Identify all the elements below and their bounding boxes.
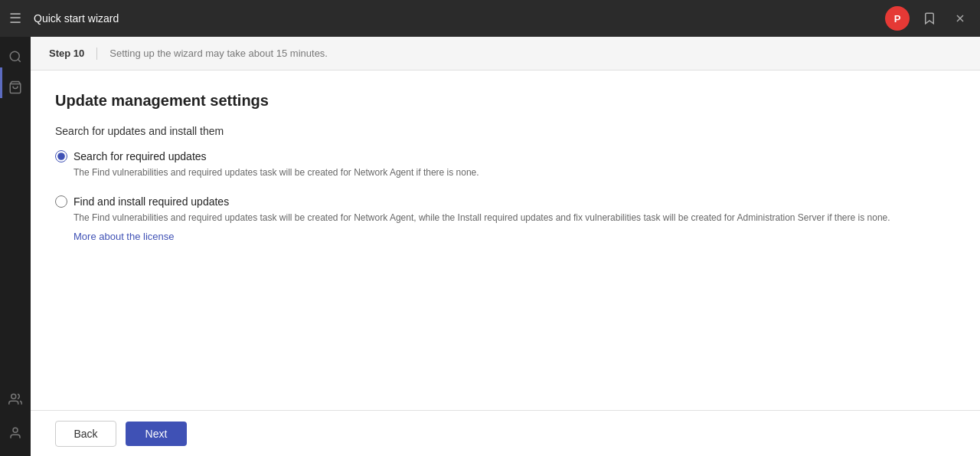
next-button[interactable]: Next (126, 422, 187, 446)
content-area: Step 10 Setting up the wizard may take a… (31, 37, 980, 456)
radio-row-search: Search for required updates (55, 149, 956, 162)
radio-option-find-install: Find and install required updates The Fi… (55, 195, 956, 242)
radio-find-install[interactable] (55, 195, 67, 208)
back-button[interactable]: Back (55, 421, 116, 447)
top-bar-right: P (885, 6, 971, 31)
svg-line-3 (18, 59, 20, 61)
radio-search-required[interactable] (55, 150, 67, 162)
radio-row-find-install: Find and install required updates (55, 195, 956, 208)
page-content: Update management settings Search for up… (31, 71, 980, 410)
main-layout: Step 10 Setting up the wizard may take a… (0, 37, 980, 456)
step-description: Setting up the wizard may take about 15 … (109, 48, 328, 59)
step-divider (96, 48, 97, 60)
step-label: Step 10 (49, 48, 84, 59)
user-avatar[interactable]: P (885, 6, 910, 31)
sidebar-bottom (2, 385, 29, 450)
page-title: Update management settings (55, 92, 956, 110)
radio-label-find-install[interactable]: Find and install required updates (74, 195, 229, 208)
sidebar-icon-bag[interactable] (2, 74, 29, 101)
more-about-license-link[interactable]: More about the license (55, 231, 956, 242)
radio-desc-find-install: The Find vulnerabilities and required up… (55, 211, 956, 225)
hamburger-icon[interactable]: ☰ (9, 10, 21, 27)
svg-point-5 (11, 394, 16, 399)
sidebar-icon-users[interactable] (2, 385, 29, 413)
close-icon[interactable] (949, 8, 971, 29)
radio-group: Search for required updates The Find vul… (55, 149, 956, 242)
radio-desc-search: The Find vulnerabilities and required up… (55, 166, 956, 179)
top-bar: ☰ Quick start wizard P (0, 0, 980, 37)
footer: Back Next (31, 410, 980, 456)
step-bar: Step 10 Setting up the wizard may take a… (31, 37, 980, 71)
svg-point-2 (10, 51, 19, 61)
left-sidebar (0, 37, 31, 456)
sidebar-icon-person[interactable] (2, 419, 29, 447)
svg-point-6 (13, 428, 18, 432)
sidebar-accent (0, 67, 2, 98)
sidebar-icon-search[interactable] (2, 43, 29, 71)
top-bar-left: ☰ Quick start wizard (9, 10, 119, 27)
section-title: Search for updates and install them (55, 125, 956, 137)
radio-label-search[interactable]: Search for required updates (74, 150, 207, 162)
radio-option-search: Search for required updates The Find vul… (55, 149, 956, 179)
bookmark-icon[interactable] (919, 8, 940, 29)
app-title: Quick start wizard (34, 12, 119, 25)
